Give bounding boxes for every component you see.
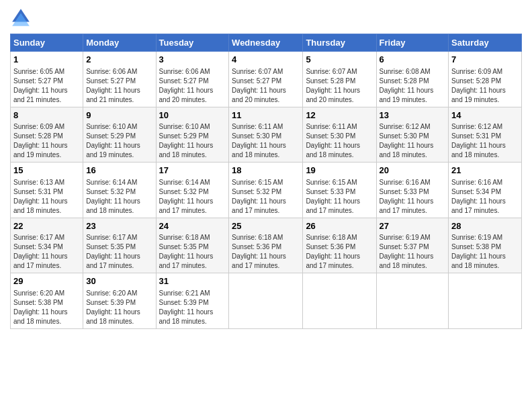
day-number: 29	[13, 275, 80, 287]
calendar-day-cell: 30Sunrise: 6:20 AM Sunset: 5:39 PM Dayli…	[83, 273, 156, 329]
day-info: Sunrise: 6:20 AM Sunset: 5:39 PM Dayligh…	[86, 289, 152, 326]
day-number: 16	[86, 165, 152, 177]
calendar-day-cell: 18Sunrise: 6:15 AM Sunset: 5:32 PM Dayli…	[229, 163, 303, 218]
weekday-header: Wednesday	[229, 34, 303, 52]
calendar-day-cell: 24Sunrise: 6:18 AM Sunset: 5:35 PM Dayli…	[156, 218, 229, 273]
day-number: 2	[86, 54, 152, 66]
calendar-week-row: 8Sunrise: 6:09 AM Sunset: 5:28 PM Daylig…	[11, 107, 522, 163]
day-info: Sunrise: 6:06 AM Sunset: 5:27 PM Dayligh…	[159, 67, 226, 105]
day-info: Sunrise: 6:05 AM Sunset: 5:27 PM Dayligh…	[13, 67, 80, 105]
calendar-day-cell: 4Sunrise: 6:07 AM Sunset: 5:27 PM Daylig…	[229, 52, 303, 107]
day-number: 22	[13, 220, 80, 232]
calendar-day-cell: 17Sunrise: 6:14 AM Sunset: 5:32 PM Dayli…	[156, 163, 229, 218]
day-number: 31	[159, 275, 226, 287]
day-info: Sunrise: 6:18 AM Sunset: 5:36 PM Dayligh…	[306, 233, 373, 271]
day-info: Sunrise: 6:16 AM Sunset: 5:34 PM Dayligh…	[451, 178, 519, 216]
calendar-day-cell: 3Sunrise: 6:06 AM Sunset: 5:27 PM Daylig…	[156, 52, 229, 107]
day-info: Sunrise: 6:17 AM Sunset: 5:35 PM Dayligh…	[86, 233, 152, 271]
calendar-day-cell: 28Sunrise: 6:19 AM Sunset: 5:38 PM Dayli…	[449, 218, 522, 273]
calendar-day-cell: 19Sunrise: 6:15 AM Sunset: 5:33 PM Dayli…	[303, 163, 376, 218]
day-info: Sunrise: 6:13 AM Sunset: 5:31 PM Dayligh…	[13, 178, 80, 216]
weekday-header: Tuesday	[156, 34, 229, 52]
weekday-header: Thursday	[303, 34, 376, 52]
day-number: 24	[159, 220, 226, 232]
day-number: 10	[159, 109, 226, 122]
calendar-week-row: 29Sunrise: 6:20 AM Sunset: 5:38 PM Dayli…	[11, 273, 522, 329]
calendar-day-cell: 8Sunrise: 6:09 AM Sunset: 5:28 PM Daylig…	[11, 107, 83, 163]
calendar-day-cell: 26Sunrise: 6:18 AM Sunset: 5:36 PM Dayli…	[303, 218, 376, 273]
calendar-header-row: SundayMondayTuesdayWednesdayThursdayFrid…	[11, 34, 522, 52]
calendar-day-cell: 15Sunrise: 6:13 AM Sunset: 5:31 PM Dayli…	[11, 163, 83, 218]
calendar-day-cell: 11Sunrise: 6:11 AM Sunset: 5:30 PM Dayli…	[229, 107, 303, 163]
day-number: 6	[380, 54, 446, 66]
day-number: 8	[13, 109, 80, 122]
day-info: Sunrise: 6:09 AM Sunset: 5:28 PM Dayligh…	[13, 122, 80, 160]
weekday-header: Sunday	[11, 34, 83, 52]
calendar-day-cell	[449, 273, 522, 329]
calendar-table: SundayMondayTuesdayWednesdayThursdayFrid…	[10, 34, 522, 329]
day-info: Sunrise: 6:20 AM Sunset: 5:38 PM Dayligh…	[13, 289, 80, 326]
day-info: Sunrise: 6:12 AM Sunset: 5:31 PM Dayligh…	[451, 122, 519, 160]
header	[10, 7, 522, 28]
logo	[10, 7, 34, 28]
calendar-day-cell: 5Sunrise: 6:07 AM Sunset: 5:28 PM Daylig…	[303, 52, 376, 107]
day-number: 27	[380, 220, 446, 232]
calendar-day-cell: 22Sunrise: 6:17 AM Sunset: 5:34 PM Dayli…	[11, 218, 83, 273]
day-info: Sunrise: 6:15 AM Sunset: 5:33 PM Dayligh…	[306, 178, 373, 216]
day-number: 20	[380, 165, 446, 177]
calendar-day-cell	[229, 273, 303, 329]
day-info: Sunrise: 6:18 AM Sunset: 5:36 PM Dayligh…	[232, 233, 300, 271]
day-info: Sunrise: 6:18 AM Sunset: 5:35 PM Dayligh…	[159, 233, 226, 271]
day-info: Sunrise: 6:14 AM Sunset: 5:32 PM Dayligh…	[159, 178, 226, 216]
day-number: 5	[306, 54, 373, 66]
calendar-day-cell: 16Sunrise: 6:14 AM Sunset: 5:32 PM Dayli…	[83, 163, 156, 218]
calendar-day-cell: 20Sunrise: 6:16 AM Sunset: 5:33 PM Dayli…	[376, 163, 449, 218]
weekday-header: Saturday	[449, 34, 522, 52]
day-info: Sunrise: 6:21 AM Sunset: 5:39 PM Dayligh…	[159, 289, 226, 326]
day-info: Sunrise: 6:11 AM Sunset: 5:30 PM Dayligh…	[232, 122, 300, 160]
day-number: 30	[86, 275, 152, 287]
day-number: 7	[451, 54, 519, 66]
calendar-day-cell: 6Sunrise: 6:08 AM Sunset: 5:28 PM Daylig…	[376, 52, 449, 107]
day-info: Sunrise: 6:15 AM Sunset: 5:32 PM Dayligh…	[232, 178, 300, 216]
calendar-day-cell: 21Sunrise: 6:16 AM Sunset: 5:34 PM Dayli…	[449, 163, 522, 218]
calendar-day-cell: 27Sunrise: 6:19 AM Sunset: 5:37 PM Dayli…	[376, 218, 449, 273]
day-info: Sunrise: 6:10 AM Sunset: 5:29 PM Dayligh…	[86, 122, 152, 160]
day-number: 25	[232, 220, 300, 232]
day-info: Sunrise: 6:10 AM Sunset: 5:29 PM Dayligh…	[159, 122, 226, 160]
day-number: 18	[232, 165, 300, 177]
day-number: 28	[451, 220, 519, 232]
day-info: Sunrise: 6:16 AM Sunset: 5:33 PM Dayligh…	[380, 178, 446, 216]
day-number: 14	[451, 109, 519, 122]
calendar-day-cell: 1Sunrise: 6:05 AM Sunset: 5:27 PM Daylig…	[11, 52, 83, 107]
day-info: Sunrise: 6:14 AM Sunset: 5:32 PM Dayligh…	[86, 178, 152, 216]
day-number: 4	[232, 54, 300, 66]
calendar-day-cell: 12Sunrise: 6:11 AM Sunset: 5:30 PM Dayli…	[303, 107, 376, 163]
day-info: Sunrise: 6:06 AM Sunset: 5:27 PM Dayligh…	[86, 67, 152, 105]
calendar-day-cell: 2Sunrise: 6:06 AM Sunset: 5:27 PM Daylig…	[83, 52, 156, 107]
day-info: Sunrise: 6:11 AM Sunset: 5:30 PM Dayligh…	[306, 122, 373, 160]
page: SundayMondayTuesdayWednesdayThursdayFrid…	[0, 0, 532, 336]
day-info: Sunrise: 6:08 AM Sunset: 5:28 PM Dayligh…	[380, 67, 446, 105]
day-number: 13	[380, 109, 446, 122]
calendar-week-row: 22Sunrise: 6:17 AM Sunset: 5:34 PM Dayli…	[11, 218, 522, 273]
day-number: 11	[232, 109, 300, 122]
weekday-header: Monday	[83, 34, 156, 52]
calendar-day-cell	[376, 273, 449, 329]
day-number: 26	[306, 220, 373, 232]
calendar-day-cell: 13Sunrise: 6:12 AM Sunset: 5:30 PM Dayli…	[376, 107, 449, 163]
day-number: 17	[159, 165, 226, 177]
day-number: 21	[451, 165, 519, 177]
calendar-day-cell: 25Sunrise: 6:18 AM Sunset: 5:36 PM Dayli…	[229, 218, 303, 273]
day-number: 9	[86, 109, 152, 122]
calendar-day-cell: 29Sunrise: 6:20 AM Sunset: 5:38 PM Dayli…	[11, 273, 83, 329]
calendar-day-cell	[303, 273, 376, 329]
day-info: Sunrise: 6:07 AM Sunset: 5:27 PM Dayligh…	[232, 67, 300, 105]
day-number: 12	[306, 109, 373, 122]
calendar-week-row: 15Sunrise: 6:13 AM Sunset: 5:31 PM Dayli…	[11, 163, 522, 218]
day-info: Sunrise: 6:19 AM Sunset: 5:38 PM Dayligh…	[451, 233, 519, 271]
calendar-day-cell: 10Sunrise: 6:10 AM Sunset: 5:29 PM Dayli…	[156, 107, 229, 163]
calendar-day-cell: 23Sunrise: 6:17 AM Sunset: 5:35 PM Dayli…	[83, 218, 156, 273]
day-number: 15	[13, 165, 80, 177]
day-number: 3	[159, 54, 226, 66]
